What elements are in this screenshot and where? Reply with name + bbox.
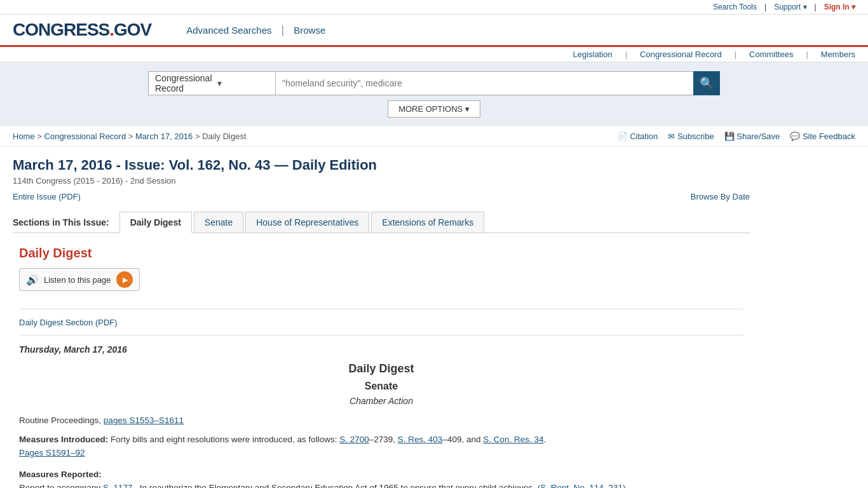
divider-2 [19,335,743,336]
sep2: | [815,3,817,11]
s-rept-link[interactable]: (S. Rept. No. 114–231) [538,483,626,488]
tabs-container: Sections in This Issue: Daily Digest Sen… [13,212,750,233]
sign-in-link[interactable]: Sign In [824,3,855,11]
main-header: CONGRESS.GOV Advanced Searches | Browse [0,15,868,47]
home-breadcrumb[interactable]: Home [13,132,35,141]
s-con-res-34-text: . [544,435,546,444]
share-icon: 💾 [724,132,737,141]
sep1: | [764,3,766,11]
tab-daily-digest[interactable]: Daily Digest [119,212,192,233]
breadcrumb-sep2: > [128,132,135,141]
routine-label: Routine Proceedings, [19,416,101,425]
breadcrumb-actions: 📄 Citation ✉ Subscribe 💾 Share/Save 💬 Si… [618,132,855,141]
measures-reported-heading: Measures Reported: [19,470,102,479]
sec-sep2: | [735,50,736,59]
breadcrumb-sep3: > [195,132,202,141]
listen-bar[interactable]: 🔊 Listen to this page [19,268,140,291]
breadcrumb-sep1: > [37,132,44,141]
issue-title: March 17, 2016 - Issue: Vol. 162, No. 43… [13,157,750,173]
pdf-section-link[interactable]: Daily Digest Section (PDF) [19,318,118,327]
current-breadcrumb: Daily Digest [202,132,246,141]
more-options-row: MORE OPTIONS [388,100,480,118]
browse-link[interactable]: Browse [284,25,335,36]
measures-reported-block: Measures Reported: Report to accompany S… [19,468,743,488]
advanced-searches-link[interactable]: Advanced Searches [177,25,281,36]
audio-icon: 🔊 [26,274,39,286]
measures-introduced-text: Measures Introduced: Forty bills and eig… [19,433,743,460]
chamber-action: Chamber Action [19,396,743,406]
support-link[interactable]: Support [774,3,806,11]
citation-icon: 📄 [618,132,630,141]
s-res-403-text: –409, and [442,435,480,444]
digest-title: Daily Digest [19,362,743,376]
pages-s1591-link[interactable]: Pages S1591–92 [19,448,85,458]
s-res-403-link[interactable]: S. Res. 403 [398,435,443,444]
main-nav: Advanced Searches | Browse [177,24,335,37]
measures-introduced-body: Forty bills and eight resolutions were i… [111,435,339,444]
tab-house[interactable]: House of Representatives [245,212,369,233]
logo-dot: . [109,20,114,39]
content-body: Daily Digest 🔊 Listen to this page Daily… [13,246,750,488]
s2700-text: –2739, [369,435,395,444]
logo-congress: CONGRESS [13,20,109,39]
congress-info: 114th Congress (2015 - 2016) - 2nd Sessi… [13,176,750,186]
subscribe-link[interactable]: ✉ Subscribe [668,132,714,141]
tab-extensions[interactable]: Extensions of Remarks [371,212,484,233]
measures-introduced-label: Measures Introduced: [19,435,108,444]
date-line: Thursday, March 17, 2016 [19,344,743,355]
sec-sep3: | [806,50,808,59]
share-save-link[interactable]: 💾 Share/Save [724,132,780,141]
sec-sep1: | [625,50,627,59]
search-dropdown-label: Congressional Record [155,73,212,93]
s-con-res-34-link[interactable]: S. Con. Res. 34 [483,435,543,444]
search-dropdown[interactable]: Congressional Record ▾ [148,71,275,95]
more-options-button[interactable]: MORE OPTIONS [388,100,480,118]
search-button[interactable]: 🔍 [693,71,720,95]
legislation-link[interactable]: Legislation [573,50,613,59]
listen-label: Listen to this page [44,275,111,285]
logo-gov: GOV [114,20,151,39]
divider-1 [19,309,743,309]
senate-title: Senate [19,381,743,392]
browse-by-date-link[interactable]: Browse By Date [691,192,750,201]
search-section: Congressional Record ▾ 🔍 MORE OPTIONS [0,62,868,126]
breadcrumb-bar: Home > Congressional Record > March 17, … [0,126,868,147]
committees-link[interactable]: Committees [749,50,793,59]
search-row: Congressional Record ▾ 🔍 [148,71,720,95]
search-input[interactable] [275,71,693,95]
logo-link[interactable]: CONGRESS.GOV [13,20,151,40]
utility-bar: Search Tools | Support | Sign In [0,0,868,15]
congressional-record-nav-link[interactable]: Congressional Record [640,50,722,59]
s1177-link[interactable]: S. 1177 [103,483,133,488]
secondary-nav: Legislation | Congressional Record | Com… [0,47,868,62]
subscribe-icon: ✉ [668,132,677,141]
entire-issue-link[interactable]: Entire Issue (PDF) [13,192,81,201]
s2700-link[interactable]: S. 2700 [339,435,369,444]
members-link[interactable]: Members [821,50,855,59]
chevron-down-icon: ▾ [217,78,269,88]
daily-digest-heading: Daily Digest [19,246,743,261]
main-content: March 17, 2016 - Issue: Vol. 162, No. 43… [0,147,763,488]
play-button[interactable] [116,271,133,288]
breadcrumb: Home > Congressional Record > March 17, … [13,132,247,141]
citation-link[interactable]: 📄 Citation [618,132,658,141]
site-feedback-link[interactable]: 💬 Site Feedback [790,132,855,141]
measures-reported-mid: , to reauthorize the Elementary and Seco… [135,483,537,488]
routine-pages-link[interactable]: pages S1553–S1611 [104,416,184,425]
date-breadcrumb[interactable]: March 17, 2016 [135,132,193,141]
search-tools-link[interactable]: Search Tools [713,3,757,11]
congressional-record-breadcrumb[interactable]: Congressional Record [44,132,126,141]
entire-issue-row: Entire Issue (PDF) Browse By Date [13,192,750,201]
measures-reported-text: Report to accompany [19,483,103,488]
feedback-icon: 💬 [790,132,803,141]
sections-label: Sections in This Issue: [13,212,119,233]
search-icon: 🔍 [700,76,714,90]
routine-proceedings-text: Routine Proceedings, pages S1553–S1611 [19,414,743,428]
tab-senate[interactable]: Senate [194,212,243,233]
